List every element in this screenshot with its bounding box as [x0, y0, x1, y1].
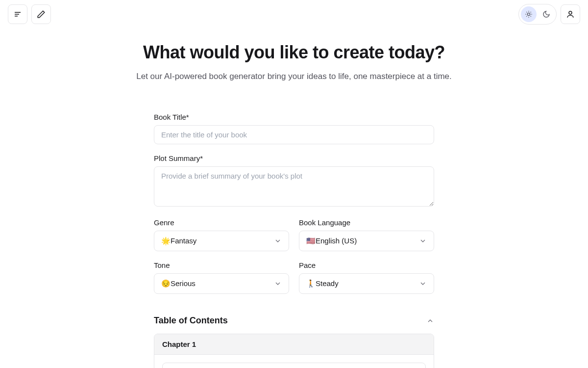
- language-field: Book Language 🇺🇸English (US): [299, 218, 434, 251]
- pencil-icon: [37, 10, 46, 19]
- genre-value: 🌟Fantasy: [161, 237, 196, 245]
- chapter-heading: Chapter 1: [154, 334, 434, 355]
- book-title-field: Book Title*: [154, 113, 434, 144]
- theme-toggle[interactable]: [518, 4, 557, 25]
- pace-field: Pace 🚶Steady: [299, 261, 434, 294]
- language-label: Book Language: [299, 218, 434, 227]
- plot-summary-input[interactable]: [154, 166, 434, 207]
- chevron-down-icon: [419, 280, 427, 288]
- chevron-up-icon: [426, 317, 434, 325]
- toc-heading: Table of Contents: [154, 315, 228, 326]
- tone-select[interactable]: 😔Serious: [154, 273, 289, 294]
- top-bar: [0, 0, 588, 28]
- theme-dark-button[interactable]: [539, 6, 554, 22]
- tone-value: 😔Serious: [161, 279, 196, 288]
- plot-summary-label: Plot Summary*: [154, 154, 434, 162]
- svg-line-6: [526, 12, 527, 12]
- genre-field: Genre 🌟Fantasy: [154, 218, 289, 251]
- pace-value: 🚶Steady: [306, 279, 339, 288]
- theme-light-button[interactable]: [521, 6, 537, 22]
- moon-icon: [542, 10, 550, 18]
- tone-field: Tone 😔Serious: [154, 261, 289, 294]
- pace-label: Pace: [299, 261, 434, 269]
- language-value: 🇺🇸English (US): [306, 237, 357, 245]
- pace-select[interactable]: 🚶Steady: [299, 273, 434, 294]
- chapter-body: [154, 355, 434, 368]
- top-left-controls: [8, 4, 51, 24]
- user-icon: [566, 10, 575, 19]
- chevron-down-icon: [419, 237, 427, 245]
- page-subtitle: Let our AI-powered book generator bring …: [0, 72, 588, 81]
- menu-icon: [13, 10, 22, 19]
- svg-line-11: [531, 12, 531, 12]
- book-title-input[interactable]: [154, 125, 434, 144]
- sun-icon: [525, 10, 533, 18]
- svg-point-3: [527, 13, 530, 15]
- menu-button[interactable]: [8, 4, 27, 24]
- edit-button[interactable]: [31, 4, 51, 24]
- book-title-label: Book Title*: [154, 113, 434, 121]
- page-title: What would you like to create today?: [0, 42, 588, 63]
- plot-summary-field: Plot Summary*: [154, 154, 434, 209]
- toc-toggle[interactable]: Table of Contents: [154, 315, 434, 326]
- hero: What would you like to create today? Let…: [0, 42, 588, 81]
- svg-line-7: [531, 16, 531, 17]
- language-select[interactable]: 🇺🇸English (US): [299, 231, 434, 251]
- genre-label: Genre: [154, 218, 289, 227]
- top-right-controls: [518, 4, 580, 25]
- chapter-card: Chapter 1: [154, 334, 434, 368]
- account-button[interactable]: [561, 4, 580, 24]
- chapter-title-input[interactable]: [162, 363, 426, 368]
- book-form: Book Title* Plot Summary* Genre 🌟Fantasy…: [154, 113, 434, 368]
- tone-label: Tone: [154, 261, 289, 269]
- svg-point-12: [569, 11, 572, 14]
- chevron-down-icon: [274, 280, 282, 288]
- svg-line-10: [526, 16, 527, 17]
- chevron-down-icon: [274, 237, 282, 245]
- genre-select[interactable]: 🌟Fantasy: [154, 231, 289, 251]
